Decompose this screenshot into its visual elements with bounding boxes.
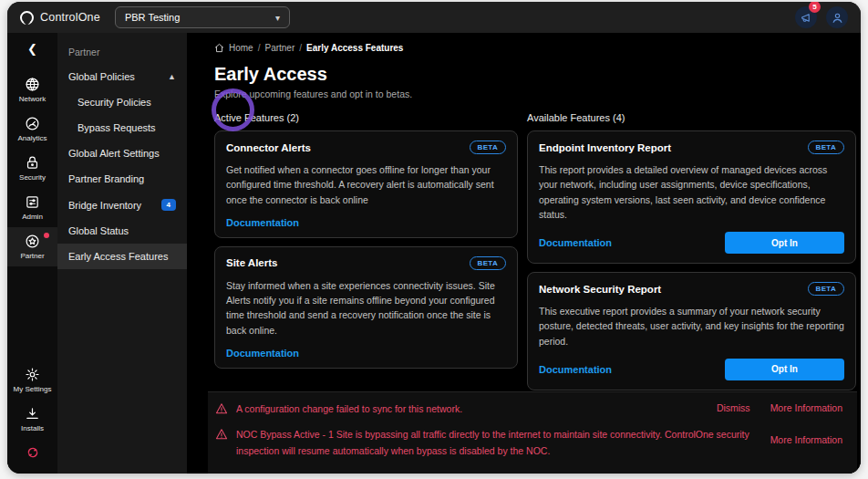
alert-text: A configuration change failed to sync fo… [236, 401, 708, 418]
megaphone-icon [801, 12, 812, 24]
brand: ControlOne [20, 11, 100, 25]
gear-icon [25, 367, 40, 382]
documentation-link[interactable]: Documentation [539, 237, 612, 248]
announcements-button[interactable]: 5 [795, 6, 817, 28]
sidebar-item-admin[interactable]: Admin [7, 188, 57, 227]
opt-in-button[interactable]: Opt In [725, 232, 844, 254]
controlone-logo-icon [20, 11, 34, 25]
subnav-item-security-policies[interactable]: Security Policies [57, 89, 187, 115]
documentation-link[interactable]: Documentation [539, 364, 612, 375]
available-features-header: Available Features (4) [527, 112, 856, 123]
home-icon [214, 43, 224, 53]
subnav-item-global-status[interactable]: Global Status [57, 218, 187, 244]
breadcrumb-current: Early Access Features [306, 43, 403, 53]
rail-label: Analytics [17, 134, 46, 142]
bridge-inventory-count-badge: 4 [161, 199, 176, 211]
card-title: Network Security Report [539, 284, 661, 295]
user-icon [832, 12, 843, 24]
feature-card-site-alerts: Site Alerts BETA Stay informed when a si… [214, 246, 518, 369]
breadcrumb: Home / Partner / Early Access Features [214, 38, 856, 57]
subnav-item-label: Security Policies [78, 97, 151, 108]
beta-badge: BETA [808, 282, 844, 296]
app-window: ControlOne PBR Testing ▾ 5 ❮ Network Ana… [7, 2, 861, 474]
rail-label: Partner [20, 252, 44, 260]
subnav-item-label: Early Access Features [68, 251, 168, 262]
subnav-item-global-policies[interactable]: Global Policies ▲ [57, 64, 187, 89]
more-information-link[interactable]: More Information [770, 402, 842, 413]
sidebar-item-installs[interactable]: Installs [7, 400, 57, 439]
main-content: Home / Partner / Early Access Features E… [187, 33, 861, 474]
card-description: Get notified when a connector goes offli… [226, 162, 506, 207]
rail-label: Security [19, 173, 46, 182]
subnav-item-label: Bridge Inventory [68, 200, 141, 211]
subnav: Partner Global Policies ▲ Security Polic… [57, 33, 187, 474]
gauge-icon [25, 116, 40, 131]
account-button[interactable] [826, 6, 848, 28]
sidebar-item-analytics[interactable]: Analytics [7, 109, 57, 149]
sidebar-item-partner[interactable]: Partner [7, 227, 57, 266]
rail-label: Admin [22, 213, 43, 221]
beta-badge: BETA [470, 141, 506, 154]
collapse-sidebar-button[interactable]: ❮ [18, 38, 46, 59]
subnav-item-label: Global Policies [68, 71, 135, 82]
card-title: Connector Alerts [226, 142, 311, 153]
page-title: Early Access [214, 64, 856, 85]
chevron-up-icon: ▲ [168, 72, 176, 81]
breadcrumb-partner[interactable]: Partner [264, 43, 294, 53]
dismiss-link[interactable]: Dismiss [717, 402, 750, 413]
subnav-item-global-alert-settings[interactable]: Global Alert Settings [57, 141, 187, 166]
breadcrumb-home[interactable]: Home [229, 43, 253, 53]
sidebar-item-security[interactable]: Security [7, 149, 57, 188]
warning-icon [215, 428, 228, 441]
page-subtitle: Explore upcoming features and opt in to … [214, 89, 856, 99]
alert-banner-stack: A configuration change failed to sync fo… [208, 391, 857, 474]
alert-text: NOC Bypass Active - 1 Site is bypassing … [236, 427, 762, 460]
card-description: This report provides a detailed overview… [539, 162, 844, 222]
subnav-item-label: Global Status [68, 225, 129, 236]
subnav-item-label: Partner Branding [68, 173, 144, 184]
alert-config-sync: A configuration change failed to sync fo… [215, 397, 850, 422]
card-description: Stay informed when a site experiences co… [226, 278, 506, 338]
subnav-header: Partner [57, 40, 187, 64]
org-selector-dropdown[interactable]: PBR Testing ▾ [115, 6, 290, 28]
sidebar-item-network[interactable]: Network [7, 70, 57, 109]
subnav-item-bypass-requests[interactable]: Bypass Requests [57, 115, 187, 141]
card-title: Endpoint Inventory Report [539, 142, 671, 153]
download-icon [25, 406, 40, 422]
opt-in-button[interactable]: Opt In [725, 359, 844, 380]
icon-rail: ❮ Network Analytics Security Admin Partn… [7, 33, 57, 474]
sync-icon [26, 446, 39, 459]
more-information-link[interactable]: More Information [770, 434, 842, 445]
org-selector-value: PBR Testing [125, 12, 180, 23]
brand-name: ControlOne [40, 11, 100, 24]
card-title: Site Alerts [226, 257, 277, 268]
globe-icon [25, 77, 40, 92]
card-description: This executive report provides a summary… [539, 304, 844, 349]
lock-icon [25, 155, 40, 171]
feature-card-network-security-report: Network Security Report BETA This execut… [527, 272, 856, 390]
feature-card-connector-alerts: Connector Alerts BETA Get notified when … [214, 130, 518, 238]
sidebar-item-my-settings[interactable]: My Settings [7, 360, 57, 400]
alert-noc-bypass: NOC Bypass Active - 1 Site is bypassing … [215, 422, 850, 464]
sync-status-button[interactable] [26, 439, 39, 474]
subnav-item-early-access-features[interactable]: Early Access Features [57, 244, 187, 269]
rail-label: Installs [21, 424, 44, 432]
sliders-icon [25, 194, 40, 210]
partner-alert-dot [44, 233, 49, 238]
beta-badge: BETA [470, 256, 506, 270]
beta-badge: BETA [808, 141, 844, 154]
feature-card-endpoint-inventory-report: Endpoint Inventory Report BETA This repo… [527, 130, 856, 264]
subnav-item-label: Bypass Requests [78, 122, 156, 133]
subnav-item-bridge-inventory[interactable]: Bridge Inventory 4 [57, 192, 187, 218]
documentation-link[interactable]: Documentation [226, 217, 299, 228]
star-circle-icon [25, 234, 40, 249]
notification-count-badge: 5 [809, 2, 821, 13]
warning-icon [215, 402, 228, 415]
subnav-item-partner-branding[interactable]: Partner Branding [57, 166, 187, 192]
rail-label: My Settings [14, 385, 52, 393]
chevron-down-icon: ▾ [275, 13, 280, 23]
subnav-item-label: Global Alert Settings [68, 148, 160, 159]
documentation-link[interactable]: Documentation [226, 348, 299, 359]
active-features-header: Active Features (2) [214, 112, 518, 123]
topbar: ControlOne PBR Testing ▾ 5 [7, 2, 861, 33]
